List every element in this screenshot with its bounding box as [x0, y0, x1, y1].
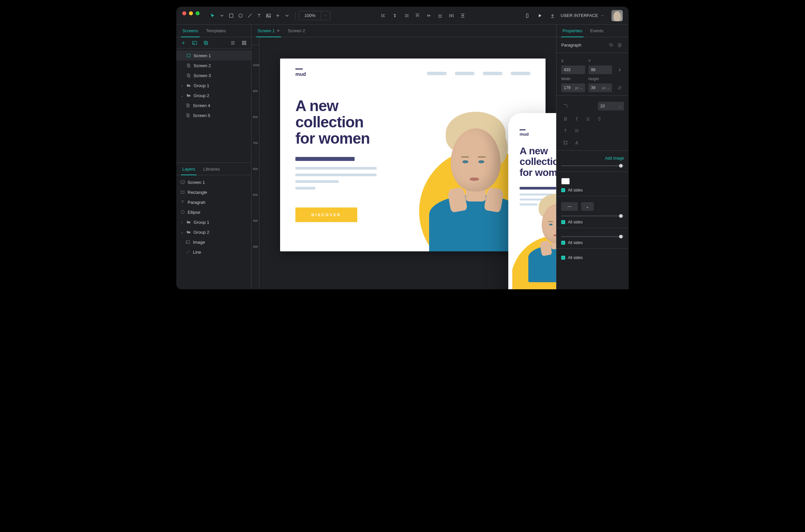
- layer-screen-1[interactable]: Screen 1: [176, 177, 251, 187]
- y-label: Y: [588, 59, 612, 63]
- layer-image[interactable]: Image: [176, 237, 251, 247]
- image-tool[interactable]: [264, 11, 273, 20]
- strikethrough-icon[interactable]: [595, 114, 604, 123]
- distribute-v-icon[interactable]: [458, 11, 467, 20]
- visibility-toggle-icon[interactable]: [607, 41, 615, 49]
- italic-icon[interactable]: [573, 114, 581, 123]
- select-tool[interactable]: [208, 11, 217, 20]
- ellipse-tool[interactable]: [236, 11, 245, 20]
- tree-item-group-2[interactable]: ⌄Group 2: [176, 91, 251, 100]
- svg-rect-21: [181, 181, 185, 183]
- tab-templates[interactable]: Templates: [202, 25, 230, 37]
- align-bottom-icon[interactable]: [435, 11, 445, 20]
- close-tab-icon[interactable]: ✕: [277, 28, 280, 33]
- mode-selector[interactable]: USER INTERFACE: [557, 13, 607, 18]
- distribute-h-icon[interactable]: [447, 11, 456, 20]
- svg-rect-0: [229, 14, 233, 17]
- stroke-slider[interactable]: [561, 215, 624, 216]
- phone-logo: mud: [520, 132, 528, 137]
- tree-item-screen-3[interactable]: Screen 3: [176, 71, 251, 80]
- svg-rect-10: [243, 43, 244, 44]
- radius-field[interactable]: 10⌄: [598, 102, 624, 110]
- layer-group-2[interactable]: ⌄Group 2: [176, 227, 251, 237]
- shadow-all-sides[interactable]: ✓All sides: [561, 241, 624, 245]
- zoom-control[interactable]: 100%: [299, 11, 330, 20]
- layer-line[interactable]: Line: [176, 247, 251, 257]
- play-icon[interactable]: [535, 11, 545, 20]
- align-right-icon[interactable]: [401, 11, 411, 20]
- layer-ellipse[interactable]: Ellipse: [176, 207, 251, 217]
- layer-paragraph[interactable]: Paragrah: [176, 197, 251, 207]
- canvas[interactable]: mud A newcollectionfor women DISCOVER: [260, 45, 556, 289]
- minimize-dot[interactable]: [189, 11, 193, 15]
- link-icon[interactable]: [615, 83, 624, 92]
- svg-rect-6: [204, 41, 207, 43]
- add-image-link[interactable]: Add image: [561, 156, 624, 160]
- vertical-align-icon[interactable]: [561, 126, 570, 135]
- stroke-style[interactable]: —: [561, 202, 578, 211]
- left-top-tabs: Screens Templates: [176, 25, 251, 37]
- height-field[interactable]: 39px⌄: [588, 83, 612, 92]
- align-left-icon[interactable]: [379, 11, 388, 20]
- layer-rectangle[interactable]: Rectangle: [176, 187, 251, 197]
- duplicate-icon[interactable]: [202, 39, 210, 46]
- frame-icon[interactable]: [561, 138, 570, 147]
- canvas-tab-2[interactable]: Screen 2: [284, 25, 309, 37]
- tree-item-screen-4[interactable]: Screen 4: [176, 100, 251, 110]
- tab-layers[interactable]: Layers: [178, 163, 199, 175]
- layer-group-1[interactable]: ›Group 1: [176, 217, 251, 227]
- fill-swatch[interactable]: [561, 178, 570, 185]
- screens-tree: Screen 1 Screen 2 Screen 3 ›Group 1 ⌄Gro…: [176, 49, 251, 163]
- pin-icon[interactable]: [615, 65, 624, 74]
- tab-libraries[interactable]: Libraries: [199, 163, 224, 175]
- add-screen-icon[interactable]: [180, 39, 187, 46]
- add-dropdown[interactable]: [282, 11, 292, 20]
- opacity-slider[interactable]: [561, 165, 624, 166]
- desktop-artboard[interactable]: mud A newcollectionfor women DISCOVER: [280, 58, 545, 251]
- bold-icon[interactable]: [561, 114, 570, 123]
- extra-all-sides[interactable]: ✓All sides: [561, 255, 624, 260]
- tree-item-group-1[interactable]: ›Group 1: [176, 80, 251, 91]
- align-top-icon[interactable]: [413, 11, 422, 20]
- zoom-caret-icon[interactable]: [321, 11, 330, 20]
- user-avatar[interactable]: [612, 10, 623, 21]
- zoom-value: 100%: [299, 13, 321, 18]
- device-icon[interactable]: [523, 11, 532, 20]
- upload-icon[interactable]: [548, 11, 557, 20]
- tab-properties[interactable]: Properties: [559, 25, 586, 37]
- zoom-dot[interactable]: [195, 11, 200, 15]
- tree-item-screen-1[interactable]: Screen 1: [176, 51, 251, 60]
- list-icon[interactable]: [573, 126, 581, 135]
- width-field[interactable]: 179px⌄: [561, 83, 585, 92]
- canvas-tab-1[interactable]: Screen 1✕: [254, 25, 284, 37]
- svg-rect-14: [188, 64, 190, 67]
- stroke-all-sides[interactable]: ✓All sides: [561, 220, 624, 225]
- tree-item-screen-2[interactable]: Screen 2: [176, 60, 251, 71]
- align-hcenter-icon[interactable]: [390, 11, 399, 20]
- corner-radius-icon[interactable]: [561, 102, 570, 110]
- close-dot[interactable]: [182, 11, 186, 15]
- tree-item-screen-5[interactable]: Screen 5: [176, 110, 251, 120]
- list-view-icon[interactable]: [229, 39, 237, 46]
- tab-events[interactable]: Events: [586, 25, 607, 37]
- text-tool[interactable]: [255, 11, 264, 20]
- shadow-slider[interactable]: [561, 236, 624, 237]
- align-vcenter-icon[interactable]: [424, 11, 433, 20]
- add-tool[interactable]: [273, 11, 282, 20]
- layers-icon[interactable]: [615, 41, 624, 49]
- fill-all-sides[interactable]: ✓All sides: [561, 188, 624, 192]
- y-field[interactable]: 98: [588, 65, 612, 74]
- hero-heading[interactable]: A newcollectionfor women: [295, 98, 370, 146]
- tab-screens[interactable]: Screens: [178, 25, 202, 37]
- image-add-icon[interactable]: [191, 39, 198, 46]
- discover-button[interactable]: DISCOVER: [295, 208, 357, 222]
- underline-icon[interactable]: [584, 114, 593, 123]
- phone-artboard[interactable]: mud A newcollectionfor women: [508, 113, 556, 289]
- stroke-style-caret[interactable]: ⌄: [581, 202, 594, 211]
- line-tool[interactable]: [245, 11, 255, 20]
- select-dropdown[interactable]: [217, 11, 226, 20]
- grid-view-icon[interactable]: [241, 39, 248, 46]
- x-field[interactable]: 433: [561, 65, 585, 74]
- rectangle-tool[interactable]: [226, 11, 236, 20]
- text-style-icon[interactable]: [573, 138, 581, 147]
